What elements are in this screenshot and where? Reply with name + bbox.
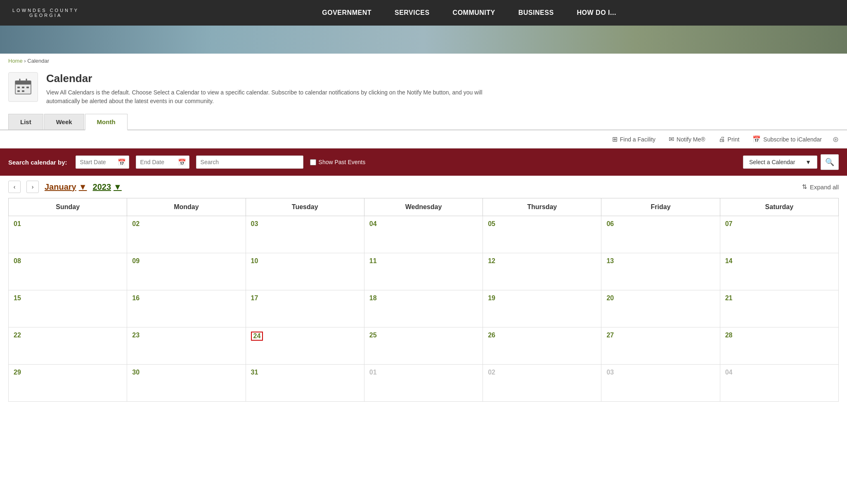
calendar-day[interactable]: 14 — [720, 253, 838, 290]
notify-me-button[interactable]: ✉ Notify Me® — [666, 134, 707, 145]
tab-month[interactable]: Month — [85, 114, 128, 130]
day-number: 23 — [132, 332, 140, 339]
site-logo[interactable]: LOWNDES COUNTY GEORGIA — [12, 8, 79, 18]
calendar-week-row: 29303101020304 — [9, 365, 839, 402]
month-chevron-icon: ▼ — [79, 182, 87, 192]
select-calendar-button[interactable]: Select a Calendar ▼ — [743, 155, 817, 169]
calendar-week-row: 22232425262728 — [9, 327, 839, 365]
col-thursday: Thursday — [483, 198, 601, 216]
show-past-events-checkbox[interactable] — [310, 159, 316, 165]
svg-rect-8 — [22, 90, 24, 92]
calendar-day[interactable]: 01 — [364, 365, 483, 402]
day-number: 04 — [725, 369, 733, 376]
calendar-day[interactable]: 05 — [483, 216, 601, 253]
breadcrumb-current: Calendar — [27, 58, 49, 64]
end-date-input[interactable] — [136, 155, 189, 169]
calendar-day[interactable]: 23 — [127, 327, 246, 365]
calendar-toolbar: ⊞ Find a Facility ✉ Notify Me® 🖨 Print 📅… — [0, 130, 847, 148]
day-number: 16 — [132, 294, 140, 301]
tab-week[interactable]: Week — [44, 114, 84, 130]
calendar-day[interactable]: 02 — [483, 365, 601, 402]
day-number: 03 — [606, 369, 614, 376]
search-submit-button[interactable]: 🔍 — [821, 154, 839, 170]
calendar-day[interactable]: 04 — [720, 365, 838, 402]
next-month-button[interactable]: › — [26, 181, 39, 193]
year-select[interactable]: 2023 ▼ — [93, 182, 122, 192]
calendar-day[interactable]: 06 — [601, 216, 720, 253]
calendar-day[interactable]: 24 — [246, 327, 364, 365]
calendar-icon-box — [8, 72, 38, 102]
calendar-day[interactable]: 27 — [601, 327, 720, 365]
search-input[interactable] — [196, 155, 303, 169]
calendar-day[interactable]: 13 — [601, 253, 720, 290]
calendar-day[interactable]: 09 — [127, 253, 246, 290]
subscribe-button[interactable]: 📅 Subscribe to iCalendar — [750, 134, 824, 145]
calendar-day[interactable]: 04 — [364, 216, 483, 253]
find-facility-button[interactable]: ⊞ Find a Facility — [610, 134, 658, 145]
day-number: 08 — [14, 257, 21, 264]
rss-icon[interactable]: ⊛ — [833, 135, 839, 144]
expand-all-label: Expand all — [810, 184, 839, 191]
nav-business[interactable]: BUSINESS — [507, 0, 565, 26]
svg-rect-5 — [22, 87, 24, 88]
calendar-day[interactable]: 26 — [483, 327, 601, 365]
calendar-day[interactable]: 01 — [9, 216, 127, 253]
calendar-day[interactable]: 03 — [601, 365, 720, 402]
day-number: 24 — [251, 332, 263, 341]
calendar-day[interactable]: 20 — [601, 290, 720, 327]
end-date-wrap: 📅 — [136, 155, 189, 169]
day-number: 12 — [488, 257, 495, 264]
calendar-day[interactable]: 28 — [720, 327, 838, 365]
page-header: Calendar View All Calendars is the defau… — [0, 68, 847, 114]
calendar-icon — [14, 78, 32, 96]
nav-community[interactable]: COMMUNITY — [441, 0, 507, 26]
prev-month-button[interactable]: ‹ — [8, 181, 21, 193]
calendar-day[interactable]: 02 — [127, 216, 246, 253]
calendar-day[interactable]: 16 — [127, 290, 246, 327]
day-number: 18 — [369, 294, 377, 301]
breadcrumb: Home › Calendar — [0, 54, 847, 68]
day-number: 29 — [14, 369, 21, 376]
day-number: 13 — [606, 257, 614, 264]
breadcrumb-home[interactable]: Home — [8, 58, 23, 64]
nav-services[interactable]: SERVICES — [383, 0, 441, 26]
svg-rect-7 — [17, 90, 20, 92]
calendar-week-row: 15161718192021 — [9, 290, 839, 327]
calendar-day[interactable]: 17 — [246, 290, 364, 327]
day-number: 31 — [251, 369, 258, 376]
print-button[interactable]: 🖨 Print — [716, 134, 742, 145]
calendar-day[interactable]: 10 — [246, 253, 364, 290]
calendar-day[interactable]: 12 — [483, 253, 601, 290]
calendar-day[interactable]: 22 — [9, 327, 127, 365]
day-number: 01 — [369, 369, 377, 376]
tab-list[interactable]: List — [8, 114, 43, 130]
subscribe-label: Subscribe to iCalendar — [763, 136, 822, 143]
calendar-day[interactable]: 11 — [364, 253, 483, 290]
nav-government[interactable]: GOVERNMENT — [310, 0, 383, 26]
day-number: 05 — [488, 220, 495, 227]
calendar-day[interactable]: 30 — [127, 365, 246, 402]
start-date-input[interactable] — [76, 155, 129, 169]
expand-all-icon: ⇅ — [802, 183, 807, 191]
day-number: 02 — [488, 369, 495, 376]
calendar-day[interactable]: 18 — [364, 290, 483, 327]
nav-links: GOVERNMENT SERVICES COMMUNITY BUSINESS H… — [104, 0, 835, 26]
svg-rect-4 — [17, 87, 20, 88]
calendar-day[interactable]: 08 — [9, 253, 127, 290]
calendar-day[interactable]: 31 — [246, 365, 364, 402]
col-monday: Monday — [127, 198, 246, 216]
month-select[interactable]: January ▼ — [45, 182, 87, 192]
calendar-day[interactable]: 19 — [483, 290, 601, 327]
expand-all-button[interactable]: ⇅ Expand all — [802, 183, 839, 191]
calendar-day[interactable]: 15 — [9, 290, 127, 327]
calendar-day[interactable]: 25 — [364, 327, 483, 365]
calendar-day[interactable]: 21 — [720, 290, 838, 327]
notify-me-icon: ✉ — [669, 135, 674, 143]
day-number: 21 — [725, 294, 733, 301]
nav-how-do-i[interactable]: HOW DO I... — [565, 0, 628, 26]
day-number: 11 — [369, 257, 377, 264]
calendar-day[interactable]: 03 — [246, 216, 364, 253]
calendar-day[interactable]: 07 — [720, 216, 838, 253]
day-number: 06 — [606, 220, 614, 227]
calendar-day[interactable]: 29 — [9, 365, 127, 402]
